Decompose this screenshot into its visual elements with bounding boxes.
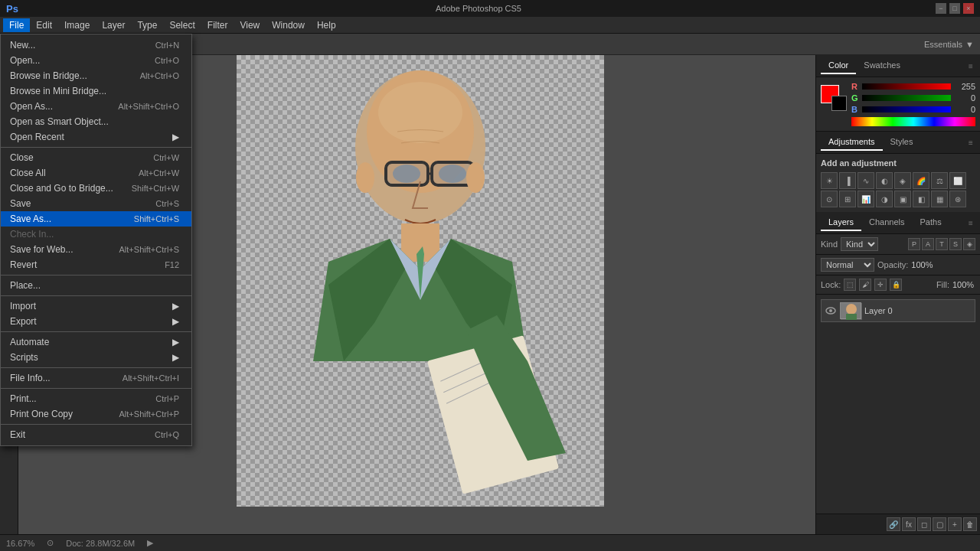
lock-all-btn[interactable]: 🔒 xyxy=(890,279,902,291)
menu-window[interactable]: Window xyxy=(266,18,311,32)
menu-filter[interactable]: Filter xyxy=(201,18,234,32)
menu-entry-open[interactable]: Open... Ctrl+O xyxy=(1,53,191,68)
maximize-button[interactable]: □ xyxy=(949,3,960,14)
menu-edit[interactable]: Edit xyxy=(30,18,58,32)
link-layers-btn[interactable]: 🔗 xyxy=(887,517,900,531)
curves-btn[interactable]: ∿ xyxy=(858,172,874,189)
add-style-btn[interactable]: fx xyxy=(902,517,916,531)
layer-item[interactable]: Layer 0 xyxy=(821,299,975,322)
menu-layer[interactable]: Layer xyxy=(96,18,131,32)
colorbalance-btn[interactable]: ⚖ xyxy=(931,172,948,189)
r-value: 255 xyxy=(954,82,975,91)
photo-filter-btn[interactable]: ⊙ xyxy=(821,191,838,207)
menu-entry-print-one[interactable]: Print One Copy Alt+Shift+Ctrl+P xyxy=(1,406,191,422)
menu-entry-export[interactable]: Export ▶ xyxy=(1,314,191,329)
menu-entry-close-all[interactable]: Close All Alt+Ctrl+W xyxy=(1,165,191,181)
menu-file[interactable]: File xyxy=(3,18,30,32)
menu-entry-browse-bridge[interactable]: Browse in Bridge... Alt+Ctrl+O xyxy=(1,68,191,83)
menu-entry-save-web[interactable]: Save for Web... Alt+Shift+Ctrl+S xyxy=(1,242,191,257)
menu-entry-print[interactable]: Print... Ctrl+P xyxy=(1,391,191,406)
workspace-selector[interactable]: Essentials ▼ xyxy=(924,40,974,49)
eye-icon xyxy=(825,306,836,315)
threshold-btn[interactable]: ◧ xyxy=(913,191,929,207)
menu-entry-place[interactable]: Place... xyxy=(1,278,191,293)
selective-color-btn[interactable]: ⊛ xyxy=(949,191,966,207)
blue-slider[interactable] xyxy=(862,106,951,112)
blend-mode-select[interactable]: Normal xyxy=(821,258,874,272)
pixel-filter-btn[interactable]: P xyxy=(908,238,920,250)
menu-entry-open-as[interactable]: Open As... Alt+Shift+Ctrl+O xyxy=(1,99,191,114)
menu-entry-browse-mini-bridge[interactable]: Browse in Mini Bridge... xyxy=(1,83,191,99)
right-panel: Color Swatches ≡ R 255 G xyxy=(815,55,980,534)
svg-point-8 xyxy=(439,165,466,183)
opacity-label: Opacity: xyxy=(877,260,908,269)
minimize-button[interactable]: − xyxy=(936,3,946,14)
background-swatch[interactable] xyxy=(831,96,847,111)
bw-btn[interactable]: ⬜ xyxy=(949,172,966,189)
green-slider[interactable] xyxy=(862,95,951,101)
adjustment-filter-btn[interactable]: A xyxy=(922,238,934,250)
menu-entry-open-smart[interactable]: Open as Smart Object... xyxy=(1,114,191,129)
menu-entry-close-go-bridge[interactable]: Close and Go to Bridge... Shift+Ctrl+W xyxy=(1,181,191,196)
menu-type[interactable]: Type xyxy=(131,18,163,32)
invert-btn[interactable]: ◑ xyxy=(876,191,893,207)
zoom-icon: ⊙ xyxy=(47,538,54,548)
color-panel-header: Color Swatches ≡ xyxy=(816,55,980,77)
tab-channels[interactable]: Channels xyxy=(861,214,912,231)
layers-panel-menu-button[interactable]: ≡ xyxy=(966,218,975,227)
kind-select[interactable]: Kind xyxy=(841,237,878,251)
brightness-contrast-btn[interactable]: ☀ xyxy=(821,172,838,189)
menu-entry-open-recent[interactable]: Open Recent ▶ xyxy=(1,129,191,145)
menu-entry-revert[interactable]: Revert F12 xyxy=(1,257,191,272)
new-group-btn[interactable]: ▢ xyxy=(933,517,946,531)
menu-help[interactable]: Help xyxy=(311,18,342,32)
levels-btn[interactable]: ▐ xyxy=(839,172,856,189)
menu-label-close-go-bridge: Close and Go to Bridge... xyxy=(10,183,113,194)
menu-entry-scripts[interactable]: Scripts ▶ xyxy=(1,350,191,365)
fill-label: Fill: xyxy=(936,280,949,289)
menu-select[interactable]: Select xyxy=(163,18,201,32)
menu-label-new: New... xyxy=(10,40,35,51)
layer-visibility-toggle[interactable] xyxy=(825,305,837,317)
channel-mixer-btn[interactable]: ⊞ xyxy=(839,191,856,207)
type-filter-btn[interactable]: T xyxy=(936,238,948,250)
color-lookup-btn[interactable]: 📊 xyxy=(858,191,874,207)
file-menu-dropdown: New... Ctrl+N Open... Ctrl+O Browse in B… xyxy=(0,34,192,446)
smart-filter-btn[interactable]: ◈ xyxy=(963,238,975,250)
menu-entry-import[interactable]: Import ▶ xyxy=(1,298,191,314)
menu-entry-new[interactable]: New... Ctrl+N xyxy=(1,37,191,53)
tab-layers[interactable]: Layers xyxy=(821,214,861,231)
gradient-map-btn[interactable]: ▦ xyxy=(931,191,948,207)
adjustment-icons-grid: ☀ ▐ ∿ ◐ ◈ 🌈 ⚖ ⬜ ⊙ ⊞ 📊 ◑ ▣ ◧ ▦ ⊛ xyxy=(821,172,975,207)
tab-paths[interactable]: Paths xyxy=(913,214,949,231)
color-panel-menu-button[interactable]: ≡ xyxy=(966,61,975,70)
delete-layer-btn[interactable]: 🗑 xyxy=(963,517,977,531)
shortcut-browse-bridge: Alt+Ctrl+O xyxy=(140,71,179,80)
new-layer-btn[interactable]: + xyxy=(948,517,962,531)
menu-entry-automate[interactable]: Automate ▶ xyxy=(1,334,191,350)
shape-filter-btn[interactable]: S xyxy=(949,238,962,250)
vibrance-btn[interactable]: ◈ xyxy=(894,172,911,189)
menu-entry-exit[interactable]: Exit Ctrl+Q xyxy=(1,427,191,442)
lock-position-btn[interactable]: ✛ xyxy=(874,279,887,291)
red-slider[interactable] xyxy=(862,83,951,90)
posterize-btn[interactable]: ▣ xyxy=(894,191,911,207)
tab-styles[interactable]: Styles xyxy=(883,134,921,151)
hsl-btn[interactable]: 🌈 xyxy=(913,172,929,189)
menu-label-open-smart: Open as Smart Object... xyxy=(10,116,109,127)
adjustments-panel-menu-button[interactable]: ≡ xyxy=(966,138,975,147)
menu-entry-file-info[interactable]: File Info... Alt+Shift+Ctrl+I xyxy=(1,370,191,386)
exposure-btn[interactable]: ◐ xyxy=(876,172,893,189)
lock-transparent-btn[interactable]: ⬚ xyxy=(844,279,856,291)
menu-view[interactable]: View xyxy=(234,18,266,32)
lock-image-btn[interactable]: 🖌 xyxy=(859,279,871,291)
menu-image[interactable]: Image xyxy=(58,18,96,32)
menu-entry-close[interactable]: Close Ctrl+W xyxy=(1,150,191,165)
close-button[interactable]: × xyxy=(963,3,974,14)
menu-entry-save-as[interactable]: Save As... Shift+Ctrl+S xyxy=(1,211,191,227)
tab-swatches[interactable]: Swatches xyxy=(856,57,908,74)
add-mask-btn[interactable]: ◻ xyxy=(917,517,931,531)
tab-adjustments[interactable]: Adjustments xyxy=(821,134,883,151)
tab-color[interactable]: Color xyxy=(821,57,856,74)
menu-entry-save[interactable]: Save Ctrl+S xyxy=(1,196,191,211)
